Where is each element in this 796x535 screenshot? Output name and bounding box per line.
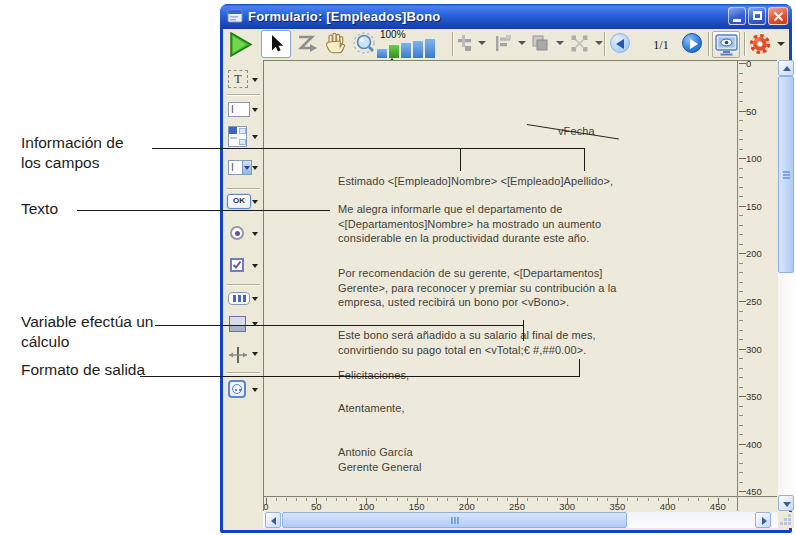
callout-line-variable bbox=[155, 325, 524, 326]
annotation-format: Formato de salida bbox=[21, 360, 145, 380]
minimize-button[interactable] bbox=[728, 7, 746, 25]
scroll-down-button[interactable] bbox=[778, 495, 794, 511]
vruler-label: 250 bbox=[746, 296, 762, 307]
input-tool-icon[interactable]: I bbox=[228, 102, 250, 117]
vertical-scrollbar[interactable] bbox=[778, 60, 794, 511]
scroll-down-icon bbox=[783, 502, 791, 507]
callout-line-fields-drop1 bbox=[460, 148, 461, 171]
vertical-scroll-thumb[interactable] bbox=[778, 76, 794, 273]
vruler-label: 300 bbox=[746, 344, 762, 355]
hruler-label: 250 bbox=[509, 501, 525, 511]
resize-button[interactable] bbox=[570, 34, 590, 54]
preview-monitor-icon bbox=[715, 34, 739, 57]
scroll-up-icon bbox=[783, 66, 791, 71]
next-page-button[interactable] bbox=[682, 33, 702, 53]
arrange-dropdown-arrow[interactable] bbox=[556, 41, 564, 45]
indicator-tool-icon[interactable] bbox=[228, 380, 246, 398]
settings-dropdown-arrow[interactable] bbox=[777, 42, 785, 46]
radio-tool-dropdown[interactable] bbox=[252, 232, 258, 236]
settings-gear-button[interactable] bbox=[749, 33, 771, 55]
letter-paragraph-3[interactable]: Este bono será añadido a su salario al f… bbox=[338, 328, 596, 357]
list-tool-dropdown[interactable] bbox=[252, 135, 258, 139]
vruler-label: 400 bbox=[746, 439, 762, 450]
annotation-variable: Variable efectúa un cálculo bbox=[21, 312, 153, 352]
execute-button[interactable] bbox=[228, 32, 254, 57]
label-tool-icon[interactable]: T bbox=[228, 70, 248, 88]
scroll-up-button[interactable] bbox=[778, 60, 794, 76]
hruler-label: 150 bbox=[409, 501, 425, 511]
form-window-icon bbox=[227, 8, 243, 24]
figure-root: Formulario: [Empleados]Bono bbox=[0, 0, 796, 535]
splitter-tool-dropdown[interactable] bbox=[252, 352, 258, 356]
checkbox-tool-dropdown[interactable] bbox=[252, 264, 258, 268]
scroll-left-button[interactable] bbox=[265, 512, 281, 528]
resize-grip[interactable] bbox=[778, 512, 794, 528]
next-page-icon bbox=[690, 39, 698, 49]
annotation-fields: Información de los campos bbox=[21, 133, 124, 173]
splitter-tool-icon[interactable] bbox=[228, 346, 248, 364]
hruler-label: 350 bbox=[609, 501, 625, 511]
horizontal-scroll-thumb[interactable] bbox=[282, 512, 627, 528]
scroll-left-icon bbox=[271, 517, 276, 525]
toolbar-separator bbox=[708, 32, 710, 56]
combobox-tool-icon[interactable]: I bbox=[228, 160, 252, 175]
hruler-label: 300 bbox=[559, 501, 575, 511]
maximize-icon bbox=[753, 11, 762, 20]
button-tool-dropdown[interactable] bbox=[252, 200, 258, 204]
toolbox-separator bbox=[227, 188, 260, 190]
distribute-dropdown-arrow[interactable] bbox=[518, 41, 526, 45]
arrange-button[interactable] bbox=[531, 34, 551, 54]
letter-greeting[interactable]: Estimado <[Empleado]Nombre> <[Empleado]A… bbox=[338, 174, 613, 189]
button-tool-icon[interactable]: OK bbox=[227, 194, 251, 209]
resize-dropdown-arrow[interactable] bbox=[595, 41, 603, 45]
vertical-ruler: 050100150200250300350400450 bbox=[737, 60, 777, 496]
distribute-button[interactable] bbox=[494, 34, 514, 54]
pan-hand-tool-button[interactable] bbox=[324, 31, 348, 56]
preview-button[interactable] bbox=[712, 31, 740, 58]
button-grid-tool-icon[interactable] bbox=[228, 292, 250, 305]
vruler-label: 0 bbox=[746, 58, 751, 69]
zoom-bars-icon[interactable] bbox=[377, 39, 435, 58]
vruler-label: 200 bbox=[746, 248, 762, 259]
callout-line-format-drop bbox=[579, 359, 580, 376]
scroll-right-button[interactable] bbox=[755, 512, 771, 528]
hruler-label: 450 bbox=[710, 501, 726, 511]
toolbar-separator bbox=[452, 32, 454, 56]
checkbox-tool-icon[interactable] bbox=[230, 258, 244, 272]
callout-line-variable-drop bbox=[523, 320, 524, 341]
label-tool-dropdown[interactable] bbox=[252, 78, 258, 82]
letter-paragraph-2[interactable]: Por recomendación de su gerente, <[Depar… bbox=[338, 266, 617, 310]
vruler-label: 150 bbox=[746, 201, 762, 212]
list-tool-icon[interactable] bbox=[228, 126, 247, 147]
tab-order-tool-button[interactable] bbox=[296, 33, 320, 56]
magnifier-tool-button[interactable] bbox=[352, 31, 378, 57]
horizontal-scrollbar[interactable] bbox=[263, 512, 778, 528]
letter-signature[interactable]: Antonio García Gerente General bbox=[338, 445, 421, 475]
hruler-label: 100 bbox=[358, 501, 374, 511]
indicator-tool-dropdown[interactable] bbox=[252, 388, 258, 392]
horizontal-ruler: 050100150200250300350400450500 bbox=[263, 496, 737, 511]
align-button[interactable] bbox=[456, 34, 476, 54]
letter-signoff[interactable]: Atentamente, bbox=[338, 401, 405, 416]
button-grid-tool-dropdown[interactable] bbox=[252, 297, 258, 301]
letter-paragraph-1[interactable]: Me alegra informarle que el departamento… bbox=[338, 202, 601, 246]
previous-page-button[interactable] bbox=[610, 33, 630, 53]
callout-line-fields bbox=[152, 148, 585, 149]
toolbar-separator bbox=[744, 32, 746, 56]
close-button[interactable] bbox=[768, 7, 788, 25]
ruler-corner bbox=[737, 496, 777, 511]
combobox-tool-dropdown[interactable] bbox=[252, 166, 258, 170]
vruler-label: 50 bbox=[746, 106, 757, 117]
vruler-label: 350 bbox=[746, 391, 762, 402]
callout-line-fields-drop2 bbox=[584, 148, 585, 171]
radio-tool-icon[interactable] bbox=[230, 226, 244, 240]
hruler-label: 200 bbox=[459, 501, 475, 511]
align-dropdown-arrow[interactable] bbox=[478, 41, 486, 45]
toolbox-separator bbox=[227, 284, 260, 286]
maximize-button[interactable] bbox=[748, 7, 766, 25]
input-tool-dropdown[interactable] bbox=[252, 108, 258, 112]
pointer-tool-button[interactable] bbox=[261, 30, 291, 58]
toolbar-separator bbox=[604, 32, 606, 56]
hruler-label: 50 bbox=[311, 501, 322, 511]
rectangle-tool-icon[interactable] bbox=[229, 316, 246, 332]
